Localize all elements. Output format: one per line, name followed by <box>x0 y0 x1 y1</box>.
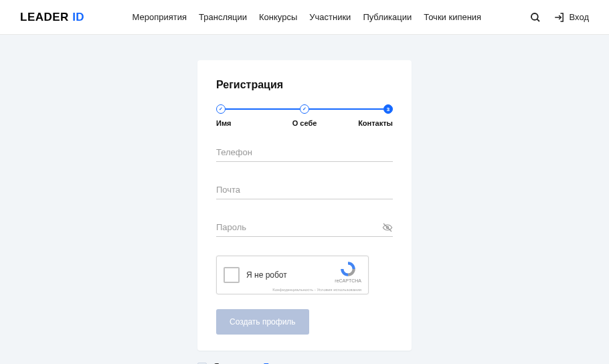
svg-line-1 <box>537 19 539 21</box>
nav-broadcasts[interactable]: Трансляции <box>199 12 247 22</box>
header: LEADER ID Мероприятия Трансляции Конкурс… <box>0 0 609 35</box>
step-1-label: Имя <box>216 119 275 127</box>
nav-participants[interactable]: Участники <box>309 12 351 22</box>
stepper: 3 <box>216 104 393 114</box>
phone-field-wrap <box>216 143 393 162</box>
svg-point-0 <box>531 13 538 20</box>
nav-contests[interactable]: Конкурсы <box>259 12 297 22</box>
nav-boiling-points[interactable]: Точки кипения <box>424 12 481 22</box>
logo-id-text: ID <box>72 11 84 23</box>
step-line-1 <box>226 108 300 110</box>
registration-card: Регистрация 3 Имя О себе Контакты <box>197 60 412 351</box>
card-title: Регистрация <box>216 79 393 91</box>
step-line-2 <box>309 108 383 110</box>
logo[interactable]: LEADER ID <box>20 11 84 24</box>
password-field[interactable] <box>216 218 393 237</box>
nav-publications[interactable]: Публикации <box>363 12 412 22</box>
eye-off-icon[interactable] <box>382 222 393 233</box>
recaptcha-brand: reCAPTCHA <box>335 278 361 283</box>
nav-events[interactable]: Мероприятия <box>133 12 187 22</box>
logo-leader-text: LEADER <box>20 11 69 23</box>
recaptcha-icon <box>339 260 357 278</box>
step-labels: Имя О себе Контакты <box>216 119 393 127</box>
header-right: Вход <box>529 11 589 23</box>
search-icon[interactable] <box>529 11 541 23</box>
email-field-wrap <box>216 181 393 199</box>
main-nav: Мероприятия Трансляции Конкурсы Участник… <box>133 12 482 22</box>
recaptcha-label: Я не робот <box>246 270 287 280</box>
login-label: Вход <box>570 12 589 22</box>
email-field[interactable] <box>216 181 393 199</box>
step-2-label: О себе <box>275 119 334 127</box>
recaptcha-terms: Конфиденциальность - Условия использован… <box>272 288 361 292</box>
step-2-circle <box>300 104 309 114</box>
step-3-label: Контакты <box>334 119 393 127</box>
step-3-circle: 3 <box>383 104 393 114</box>
step-1-circle <box>216 104 226 114</box>
submit-button[interactable]: Создать профиль <box>216 309 309 335</box>
recaptcha-logo: reCAPTCHA <box>335 260 361 283</box>
agreements: Я согласен с Пользовательским соглашение… <box>197 361 412 364</box>
password-field-wrap <box>216 218 393 237</box>
recaptcha-checkbox[interactable] <box>224 267 240 283</box>
login-button[interactable]: Вход <box>553 11 589 23</box>
agreement-1: Я согласен с Пользовательским соглашение… <box>197 361 412 364</box>
agreement-1-text: Я согласен с Пользовательским соглашение… <box>213 361 412 364</box>
recaptcha-widget: Я не робот reCAPTCHA Конфиденциальность … <box>216 256 369 294</box>
login-icon <box>553 11 566 23</box>
main-content: Регистрация 3 Имя О себе Контакты <box>0 35 609 364</box>
phone-field[interactable] <box>216 143 393 162</box>
